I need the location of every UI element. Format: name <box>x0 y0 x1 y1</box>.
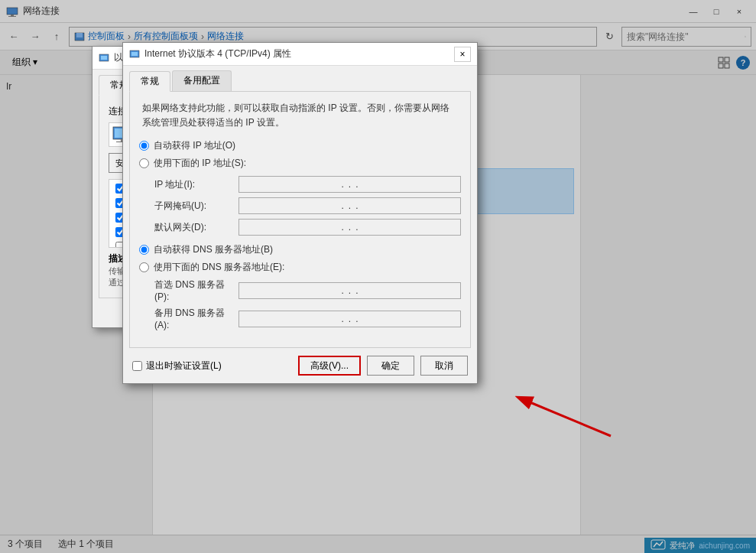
validate-label[interactable]: 退出时验证设置(L) <box>146 359 222 372</box>
tcpip-dialog: Internet 协议版本 4 (TCP/IPv4) 属性 × 常规 备用配置 … <box>122 42 478 384</box>
tcpip-info-text: 如果网络支持此功能，则可以获取自动指派的 IP 设置。否则，你需要从网络系统管理… <box>139 101 461 130</box>
ip-fields: IP 地址(I): . . . 子网掩码(U): . . . 默认网关(D): … <box>154 176 461 236</box>
svg-rect-39 <box>131 52 138 56</box>
manual-dns-option: 使用下面的 DNS 服务器地址(E): <box>139 261 461 274</box>
gateway-label: 默认网关(D): <box>154 221 238 234</box>
tcpip-tab-content: 如果网络支持此功能，则可以获取自动指派的 IP 设置。否则，你需要从网络系统管理… <box>129 91 471 348</box>
tcpip-dialog-tabs: 常规 备用配置 <box>123 66 477 91</box>
auto-ip-label[interactable]: 自动获得 IP 地址(O) <box>154 139 235 152</box>
arrow-annotation <box>496 382 618 446</box>
alternate-dns-row: 备用 DNS 服务器(A): . . . <box>154 307 461 330</box>
manual-ip-radio[interactable] <box>139 158 149 168</box>
ip-address-row: IP 地址(I): . . . <box>154 176 461 193</box>
tcpip-dialog-titlebar: Internet 协议版本 4 (TCP/IPv4) 属性 × <box>123 43 477 66</box>
manual-dns-radio[interactable] <box>139 262 149 272</box>
ip-address-input[interactable]: . . . <box>238 176 461 193</box>
auto-dns-radio[interactable] <box>139 245 149 255</box>
tcpip-dialog-close[interactable]: × <box>454 47 471 62</box>
tcpip-dialog-title: Internet 协议版本 4 (TCP/IPv4) 属性 <box>129 47 291 60</box>
tab-alternate[interactable]: 备用配置 <box>172 70 232 91</box>
auto-dns-option: 自动获得 DNS 服务器地址(B) <box>139 243 461 256</box>
dns-section: 自动获得 DNS 服务器地址(B) 使用下面的 DNS 服务器地址(E): 首选… <box>139 243 461 330</box>
tcpip-dialog-icon <box>129 49 140 60</box>
tcpip-footer-buttons: 高级(V)... 确定 取消 <box>298 356 468 376</box>
alternate-dns-label: 备用 DNS 服务器(A): <box>154 307 238 330</box>
svg-rect-26 <box>101 56 107 60</box>
svg-line-41 <box>519 398 611 436</box>
manual-dns-label[interactable]: 使用下面的 DNS 服务器地址(E): <box>154 261 284 274</box>
auto-ip-radio[interactable] <box>139 141 149 151</box>
preferred-dns-row: 首选 DNS 服务器(P): . . . <box>154 278 461 302</box>
validate-checkbox-row: 退出时验证设置(L) <box>132 359 222 372</box>
gateway-input[interactable]: . . . <box>238 219 461 236</box>
tcpip-dialog-footer: 退出时验证设置(L) 高级(V)... 确定 取消 <box>123 348 477 383</box>
tab-general[interactable]: 常规 <box>129 71 170 92</box>
tcpip-ok-button[interactable]: 确定 <box>367 356 414 376</box>
auto-ip-option: 自动获得 IP 地址(O) <box>139 139 461 152</box>
alternate-dns-input[interactable]: . . . <box>238 311 461 327</box>
ip-address-label: IP 地址(I): <box>154 178 238 191</box>
manual-ip-label[interactable]: 使用下面的 IP 地址(S): <box>154 157 246 170</box>
auto-dns-label[interactable]: 自动获得 DNS 服务器地址(B) <box>154 243 273 256</box>
tcpip-cancel-button[interactable]: 取消 <box>420 356 468 376</box>
subnet-mask-label: 子网掩码(U): <box>154 200 238 213</box>
arrow-icon <box>496 382 618 444</box>
dns-fields: 首选 DNS 服务器(P): . . . 备用 DNS 服务器(A): . . … <box>154 278 461 330</box>
preferred-dns-label: 首选 DNS 服务器(P): <box>154 278 238 302</box>
advanced-button[interactable]: 高级(V)... <box>298 356 361 376</box>
ip-radio-group: 自动获得 IP 地址(O) 使用下面的 IP 地址(S): <box>139 139 461 170</box>
subnet-mask-input[interactable]: . . . <box>238 197 461 214</box>
tcpip-dialog-title-text: Internet 协议版本 4 (TCP/IPv4) 属性 <box>144 47 291 60</box>
preferred-dns-input[interactable]: . . . <box>238 282 461 299</box>
subnet-mask-row: 子网掩码(U): . . . <box>154 197 461 214</box>
gateway-row: 默认网关(D): . . . <box>154 219 461 236</box>
manual-ip-option: 使用下面的 IP 地址(S): <box>139 157 461 170</box>
validate-checkbox[interactable] <box>132 361 142 371</box>
network-dialog-icon <box>99 53 109 63</box>
